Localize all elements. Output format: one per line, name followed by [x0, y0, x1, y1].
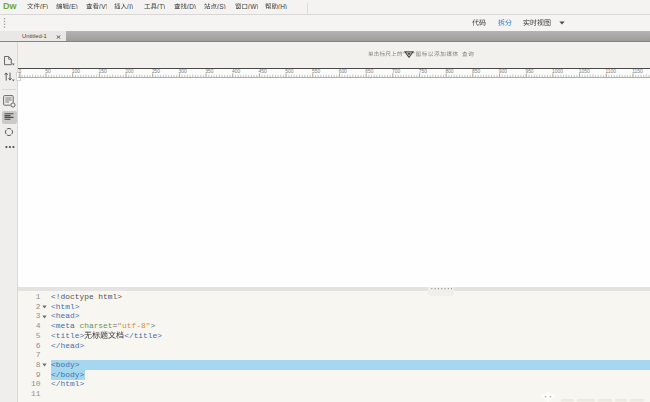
svg-text:50: 50 [45, 68, 51, 73]
svg-text:0: 0 [19, 68, 22, 73]
svg-text:900: 900 [499, 68, 507, 73]
svg-text:1000: 1000 [552, 68, 563, 73]
svg-text:(E): (E) [69, 3, 78, 10]
svg-text:350: 350 [205, 68, 213, 73]
svg-text:(T): (T) [157, 3, 165, 10]
svg-text:(S): (S) [217, 3, 226, 10]
svg-text:750: 750 [419, 68, 427, 73]
svg-text:950: 950 [525, 68, 533, 73]
svg-text:600: 600 [339, 68, 347, 73]
svg-text:(I): (I) [127, 3, 133, 10]
svg-text:250: 250 [152, 68, 160, 73]
svg-text:300: 300 [179, 68, 187, 73]
svg-text:100: 100 [72, 68, 80, 73]
svg-text:1050: 1050 [579, 68, 590, 73]
svg-text:850: 850 [472, 68, 480, 73]
svg-text:200: 200 [125, 68, 133, 73]
svg-text:650: 650 [365, 68, 373, 73]
svg-text:700: 700 [392, 68, 400, 73]
svg-text:1100: 1100 [605, 68, 616, 73]
svg-text:150: 150 [99, 68, 107, 73]
svg-text:500: 500 [285, 68, 293, 73]
svg-text:550: 550 [312, 68, 320, 73]
svg-text:(H): (H) [278, 3, 287, 10]
svg-text:800: 800 [445, 68, 453, 73]
svg-text:1150: 1150 [632, 68, 643, 73]
svg-text:(D): (D) [187, 3, 196, 10]
svg-text:": " [413, 51, 415, 57]
svg-text:(V): (V) [98, 3, 107, 10]
svg-text:400: 400 [232, 68, 240, 73]
svg-text:450: 450 [259, 68, 267, 73]
svg-text:(W): (W) [248, 3, 258, 10]
svg-text:(F): (F) [40, 3, 48, 10]
